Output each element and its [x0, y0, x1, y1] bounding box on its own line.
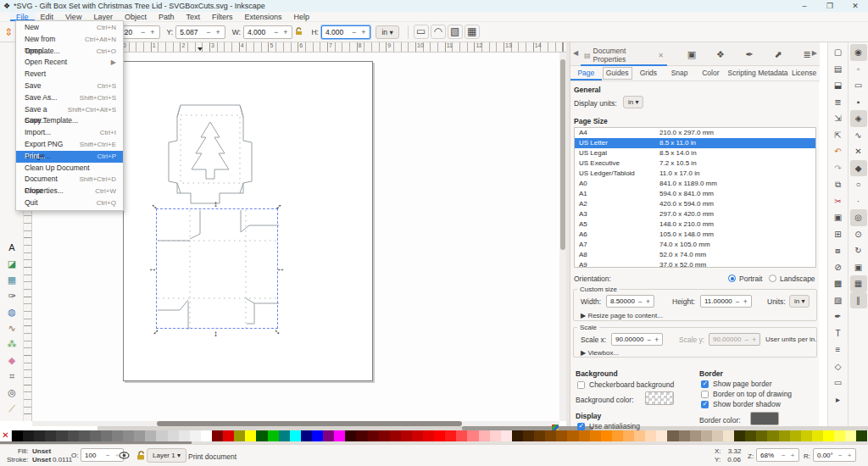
palette-swatch[interactable]: [690, 430, 701, 441]
palette-swatch[interactable]: [368, 430, 379, 441]
file-menu-item[interactable]: SaveCtrl+S: [16, 80, 123, 92]
snap-enable-toggle[interactable]: ◉: [850, 44, 867, 61]
palette-swatch[interactable]: [123, 430, 134, 441]
palette-swatch[interactable]: [845, 430, 856, 441]
height-spinbox[interactable]: 4.000 −+: [321, 25, 371, 39]
fill-value[interactable]: Unset: [32, 447, 51, 456]
text-dialog-icon[interactable]: T: [830, 325, 847, 342]
file-menu-item[interactable]: Save a Copy...Shift+Ctrl+Alt+S: [16, 104, 123, 116]
cut-icon[interactable]: ✂: [830, 193, 847, 210]
snap-cusp-nodes-toggle[interactable]: ◆: [850, 160, 867, 177]
layers-dialog-icon[interactable]: ≡: [830, 341, 847, 358]
page-size-row[interactable]: A774.0 x 105.0 mm: [575, 240, 815, 250]
palette-swatch[interactable]: [323, 430, 334, 441]
group-icon[interactable]: ▩: [830, 275, 847, 292]
maximize-button[interactable]: ❐: [817, 0, 843, 12]
palette-swatch[interactable]: [79, 430, 90, 441]
rotation-spinbox[interactable]: 0.00° −+: [813, 448, 856, 462]
page-size-row[interactable]: A852.0 x 74.0 mm: [575, 250, 815, 260]
snap-bbox-toggle[interactable]: ▫: [850, 61, 867, 78]
palette-swatch[interactable]: [68, 430, 79, 441]
background-color-swatch[interactable]: [645, 391, 674, 405]
lid-pattern[interactable]: [169, 105, 252, 203]
palette-swatch[interactable]: [579, 430, 590, 441]
palette-swatch[interactable]: [256, 430, 267, 441]
palette-swatch[interactable]: [112, 430, 123, 441]
snap-guides-toggle[interactable]: ∥: [850, 292, 867, 309]
scale-corners-toggle[interactable]: ◠: [431, 25, 446, 39]
mesh-gradient-tool[interactable]: ▦: [3, 272, 21, 288]
palette-swatch[interactable]: [212, 430, 223, 441]
palette-swatch[interactable]: [523, 430, 534, 441]
page-height-spinbox[interactable]: 11.00000 −+: [700, 295, 752, 308]
xml-editor-dialog-icon[interactable]: ◇: [830, 358, 847, 375]
snap-grid-toggle[interactable]: ▦: [850, 275, 867, 292]
palette-swatch[interactable]: [456, 430, 467, 441]
palette-swatch[interactable]: [645, 430, 656, 441]
commands-expander-icon[interactable]: ▸: [830, 391, 847, 408]
duplicate-icon[interactable]: ⊞: [830, 226, 847, 243]
palette-swatch[interactable]: [12, 430, 23, 441]
checkerboard-checkbox[interactable]: [577, 381, 585, 389]
palette-swatch[interactable]: [701, 430, 712, 441]
file-menu-item[interactable]: Revert: [16, 69, 123, 80]
snap-nodes-toggle[interactable]: ◈: [850, 110, 867, 127]
file-menu-item[interactable]: Save Template...: [16, 115, 123, 127]
dock-tab[interactable]: Color: [695, 66, 726, 80]
page-size-row[interactable]: US Ledger/Tabloid11.0 x 17.0 in: [575, 169, 815, 179]
print-icon[interactable]: ≣: [830, 94, 847, 111]
palette-swatch[interactable]: [268, 430, 279, 441]
scale-x-spinbox[interactable]: 90.00000 −+: [611, 333, 663, 346]
document-properties-icon[interactable]: ▭: [830, 374, 847, 391]
connector-tool[interactable]: ⌗: [3, 369, 21, 385]
palette-swatch[interactable]: [34, 430, 45, 441]
page-width-spinbox[interactable]: 8.50000 −+: [606, 295, 654, 308]
swatches-icon[interactable]: ❖: [706, 46, 735, 63]
dock-tab[interactable]: Guides: [602, 66, 633, 80]
palette-swatch[interactable]: [168, 430, 179, 441]
palette-swatch[interactable]: [401, 430, 412, 441]
unlink-clone-icon[interactable]: ⊘: [830, 259, 847, 276]
stroke-width-value[interactable]: 0.0111: [53, 456, 72, 463]
palette-swatch[interactable]: [779, 430, 790, 441]
border-on-top-checkbox[interactable]: [701, 391, 709, 398]
palette-swatch[interactable]: [23, 430, 34, 441]
palette-swatch[interactable]: [856, 430, 867, 441]
palette-swatch[interactable]: [245, 430, 256, 441]
fill-stroke-icon[interactable]: ✒: [735, 46, 764, 63]
palette-swatch[interactable]: [534, 430, 545, 441]
snap-others-toggle[interactable]: ◎: [850, 209, 867, 226]
palette-swatch[interactable]: [45, 430, 56, 441]
dock-tab[interactable]: Grids: [633, 66, 665, 80]
resize-to-content-expander[interactable]: ▶ Resize page to content...: [581, 312, 663, 319]
page-size-row[interactable]: A6105.0 x 148.0 mm: [575, 230, 815, 240]
palette-swatch[interactable]: [234, 430, 245, 441]
measure-tool[interactable]: ⟋: [3, 401, 21, 417]
file-menu-item[interactable]: New from Template...Ctrl+Alt+N: [16, 34, 123, 46]
viewbox-expander[interactable]: ▶ Viewbox...: [581, 349, 619, 357]
palette-swatch[interactable]: [279, 430, 290, 441]
dialog-next-arrow[interactable]: ▶: [812, 49, 817, 57]
redo-icon[interactable]: ↷: [830, 160, 847, 177]
snap-bbox-corners-toggle[interactable]: ▪: [850, 94, 867, 111]
file-menu-item[interactable]: Open...Ctrl+O: [16, 46, 123, 58]
page-size-row[interactable]: A4210.0 x 297.0 mm: [575, 128, 815, 138]
layer-visibility-icon[interactable]: [119, 450, 130, 463]
palette-swatch[interactable]: [145, 430, 156, 441]
file-menu-item[interactable]: CloseCtrl+W: [16, 186, 123, 197]
lock-ratio-icon[interactable]: [292, 25, 304, 40]
snap-smooth-nodes-toggle[interactable]: ○: [850, 176, 867, 193]
eraser-tool[interactable]: ◆: [3, 352, 21, 369]
palette-swatch[interactable]: [812, 430, 823, 441]
palette-swatch[interactable]: [567, 430, 578, 441]
file-menu-item[interactable]: Clean Up Document: [16, 163, 123, 175]
palette-swatch[interactable]: [390, 430, 401, 441]
palette-swatch[interactable]: [290, 430, 301, 441]
border-color-swatch[interactable]: [750, 412, 779, 425]
menu-item[interactable]: Help: [287, 12, 315, 21]
snap-path-intersections-toggle[interactable]: ✕: [850, 143, 867, 160]
snap-midpoints-toggle[interactable]: ·: [850, 193, 867, 210]
canvas-vertical-scrollbar[interactable]: [559, 53, 566, 421]
page-size-row[interactable]: A3297.0 x 420.0 mm: [575, 209, 815, 219]
page-size-row[interactable]: A2420.0 x 594.0 mm: [575, 199, 815, 209]
